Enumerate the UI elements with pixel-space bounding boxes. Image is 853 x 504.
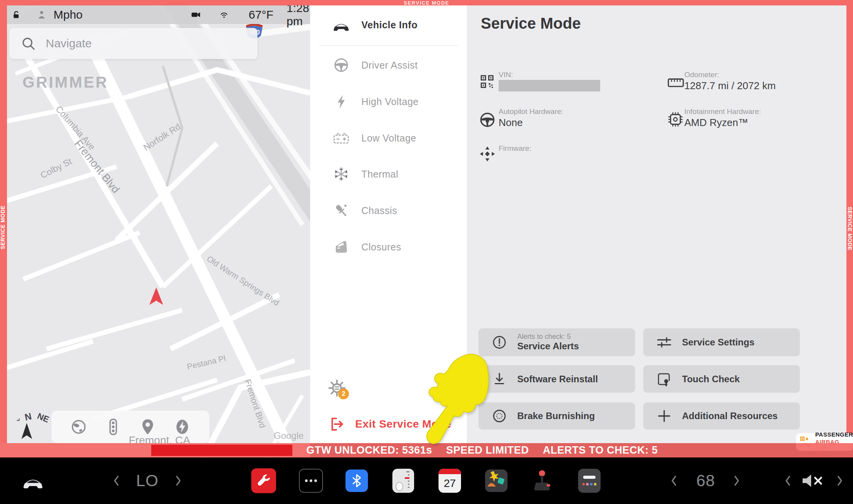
menu-item-label: High Voltage xyxy=(361,96,419,107)
lightning-icon xyxy=(333,94,350,109)
map-pin-icon[interactable] xyxy=(139,418,157,436)
menu-item-driver-assist[interactable]: Driver Assist xyxy=(310,47,467,83)
odometer-value: 1287.7 mi / 2072 km xyxy=(684,80,776,92)
search-input[interactable] xyxy=(45,36,248,50)
vehicle-controls-button[interactable] xyxy=(16,457,50,504)
calendar-header xyxy=(439,469,461,474)
service-alert-bar: GTW UNLOCKED: 5361s SPEED LIMITED ALERTS… xyxy=(0,443,853,457)
touch-icon xyxy=(656,372,672,387)
alerts-to-check-status: ALERTS TO CHECK: 5 xyxy=(543,444,658,456)
theater-app[interactable] xyxy=(484,457,509,504)
unlocked-icon[interactable] xyxy=(12,7,20,22)
service-mode-border-left: SERVICE MODE xyxy=(0,0,7,443)
software-reinstall-button[interactable]: Software Reinstall xyxy=(478,365,635,393)
menu-item-vehicle-info[interactable]: Vehicle Info xyxy=(310,7,467,43)
ellipsis-icon xyxy=(304,479,318,483)
odometer-label: Odometer: xyxy=(684,71,719,79)
vin-label: VIN: xyxy=(499,71,513,79)
profile-icon[interactable] xyxy=(38,9,45,21)
traffic-light-icon[interactable] xyxy=(104,418,122,436)
redacted-region xyxy=(151,445,292,456)
service-settings-button[interactable]: Service Settings xyxy=(643,328,800,356)
menu-item-chassis[interactable]: Chassis xyxy=(310,192,467,229)
joystick-icon xyxy=(533,469,553,492)
toybox-icon-keys xyxy=(582,483,596,486)
download-icon xyxy=(492,372,507,387)
additional-resources-button[interactable]: Additional Resources xyxy=(643,402,800,430)
volume-up-button[interactable] xyxy=(832,457,848,504)
firmware-icon xyxy=(479,146,496,162)
arcade-app[interactable] xyxy=(530,457,555,504)
service-notifications[interactable]: 2 xyxy=(328,379,355,406)
passenger-temp-up-button[interactable] xyxy=(729,457,744,504)
brake-burnishing-button[interactable]: Brake Burnishing xyxy=(478,402,635,430)
plus-icon xyxy=(656,409,672,423)
driver-temp-down-button[interactable] xyxy=(109,457,124,504)
notification-badge: 2 xyxy=(338,388,349,399)
menu-item-label: Vehicle Info xyxy=(361,19,418,31)
exit-service-mode-label: Exit Service Mode xyxy=(355,418,451,430)
driver-temp-display[interactable]: LO xyxy=(128,457,167,504)
compass[interactable]: ⌄ N NE xyxy=(11,409,50,444)
menu-item-label: Thermal xyxy=(361,169,398,180)
supercharger-icon[interactable] xyxy=(173,418,191,436)
profile-name[interactable]: Mpho xyxy=(54,8,83,21)
toybox-app[interactable] xyxy=(577,457,602,504)
gauge-app[interactable] xyxy=(391,457,416,504)
menu-item-low-voltage[interactable]: Low Voltage xyxy=(310,120,467,156)
action-label: Service Alerts xyxy=(517,341,579,352)
wifi-icon[interactable] xyxy=(219,8,229,21)
muted-speaker-icon xyxy=(800,472,828,489)
search-icon xyxy=(21,36,36,51)
menu-item-label: Driver Assist xyxy=(361,60,418,71)
exit-service-mode-button[interactable]: Exit Service Mode xyxy=(330,413,461,436)
theater-icon xyxy=(485,469,508,492)
menu-item-high-voltage[interactable]: High Voltage xyxy=(310,83,467,120)
globe-icon[interactable] xyxy=(70,418,88,436)
passenger-temp-down-button[interactable] xyxy=(666,457,682,504)
bluetooth-app[interactable] xyxy=(344,457,369,504)
service-alerts-button[interactable]: Alerts to check: 5 Service Alerts xyxy=(478,328,635,356)
autopilot-value: None xyxy=(499,117,523,129)
menu-item-label: Closures xyxy=(361,242,401,253)
app-launcher-button[interactable] xyxy=(299,457,323,504)
navigation-search[interactable] xyxy=(9,28,257,59)
airbag-line1: PASSENGER xyxy=(815,431,853,438)
menu-item-thermal[interactable]: Thermal xyxy=(310,156,467,192)
menu-item-closures[interactable]: Closures xyxy=(310,229,467,265)
infotainment-value: AMD Ryzen™ xyxy=(684,117,748,129)
passenger-temp-display[interactable]: 68 xyxy=(686,457,725,504)
volume-down-button[interactable] xyxy=(780,457,796,504)
alert-circle-icon xyxy=(492,335,507,350)
menu-item-label: Chassis xyxy=(361,205,397,216)
calendar-app[interactable]: 27 xyxy=(437,457,462,504)
door-icon xyxy=(333,240,350,254)
autopilot-steering-icon xyxy=(479,112,496,128)
odometer-ruler-icon xyxy=(668,77,684,88)
status-bar: Mpho 67°F 1:28 pm xyxy=(7,5,310,24)
car-icon xyxy=(333,17,350,32)
vin-redacted-value xyxy=(499,80,600,91)
brake-disc-icon xyxy=(492,409,507,423)
firmware-label: Firmware: xyxy=(499,144,531,153)
toybox-icon-bar xyxy=(583,476,596,479)
dashcam-icon[interactable] xyxy=(191,9,201,21)
gtw-unlocked-status: GTW UNLOCKED: 5361s xyxy=(306,444,432,456)
driver-temp-up-button[interactable] xyxy=(171,457,186,504)
map-attribution: Google xyxy=(274,430,304,441)
map-area[interactable]: GRIMMER Columbia Ave Fremont Blvd Norfol… xyxy=(0,0,310,461)
tesla-service-mode-screen: GRIMMER Columbia Ave Fremont Blvd Norfol… xyxy=(0,0,853,504)
menu-item-label: Low Voltage xyxy=(361,133,416,144)
service-menu-panel: Vehicle Info Driver Assist High Voltage xyxy=(310,5,467,443)
service-app-active[interactable] xyxy=(250,457,277,504)
menu-divider xyxy=(319,45,458,46)
volume-muted-indicator[interactable] xyxy=(798,457,831,504)
calendar-day: 27 xyxy=(444,474,456,493)
service-mode-border-right: SERVICE MODE xyxy=(846,0,853,443)
autopilot-label: Autopilot Hardware: xyxy=(499,107,563,116)
compass-arrow-icon xyxy=(20,423,33,440)
panel-title: Service Mode xyxy=(481,15,581,32)
touch-check-button[interactable]: Touch Check xyxy=(643,365,800,393)
vehicle-location-arrow xyxy=(148,287,164,307)
service-mode-banner-left-label: SERVICE MODE xyxy=(0,207,6,249)
